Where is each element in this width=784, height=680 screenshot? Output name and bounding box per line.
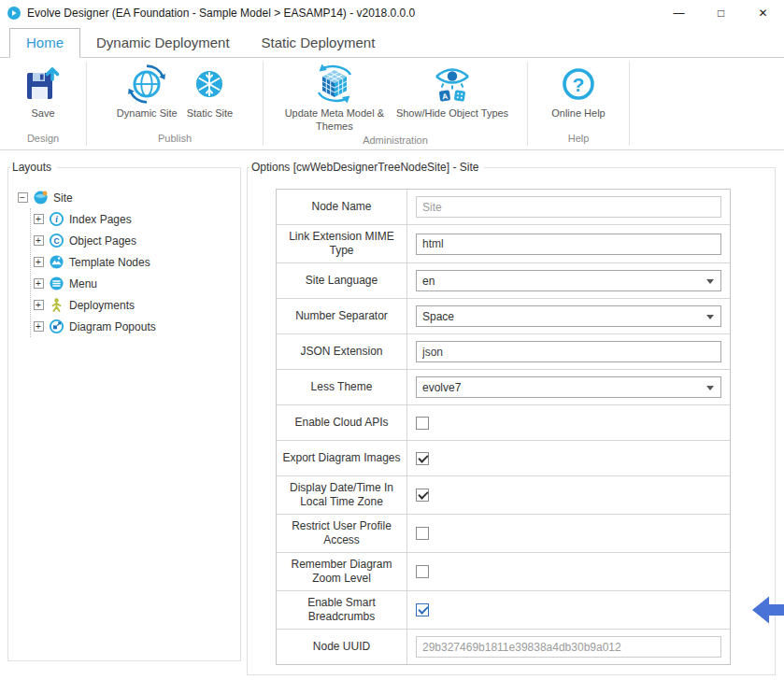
svg-text:C: C: [53, 236, 59, 246]
tree-item-menu[interactable]: Menu: [34, 273, 231, 294]
ribbon-button-label: Save: [31, 107, 54, 120]
expand-icon[interactable]: [34, 214, 44, 224]
node-name-input[interactable]: [416, 196, 721, 218]
template-nodes-icon: [49, 254, 64, 270]
enable-cloud-apis-checkbox[interactable]: [416, 417, 429, 430]
layouts-tree: Site i Index Pages C Object Pages: [16, 183, 233, 341]
app-icon: [7, 6, 21, 21]
node-uuid-input[interactable]: [416, 636, 721, 658]
tree-item-label: Diagram Popouts: [69, 320, 156, 333]
expand-icon[interactable]: [34, 300, 44, 310]
collapse-icon[interactable]: [18, 192, 28, 203]
site-children: i Index Pages C Object Pages Tem: [30, 208, 231, 337]
tree-item-object-pages[interactable]: C Object Pages: [34, 230, 231, 251]
mime-type-label: Link Extension MIME Type: [277, 225, 407, 262]
number-separator-row: Number Separator Space: [277, 299, 730, 334]
save-button[interactable]: Save: [21, 61, 65, 121]
tab-static-deployment[interactable]: Static Deployment: [246, 29, 392, 57]
ribbon-button-label: Show/Hide Object Types: [396, 107, 508, 120]
layouts-panel-title: Layouts: [10, 161, 57, 174]
window-controls: — □ ✕: [658, 0, 784, 26]
static-site-button[interactable]: Static Site: [183, 61, 237, 121]
enable-cloud-apis-label: Enable Cloud APIs: [277, 405, 407, 440]
deployments-icon: [49, 297, 64, 313]
cube-icon: [312, 62, 357, 106]
less-theme-select[interactable]: evolve7: [416, 376, 721, 398]
main-content: Layouts Site i Index Pages: [0, 150, 784, 675]
export-diagram-images-checkbox[interactable]: [416, 452, 429, 465]
group-label-administration: Administration: [264, 135, 527, 150]
options-panel: Options [cwWebDesignerTreeNodeSite] - Si…: [247, 167, 776, 675]
smart-breadcrumbs-label: Enable Smart Breadcrumbs: [277, 591, 407, 629]
tree-item-diagram-popouts[interactable]: Diagram Popouts: [34, 316, 231, 337]
remember-zoom-label: Remember Diagram Zoom Level: [277, 553, 407, 590]
chevron-down-icon: [706, 279, 714, 284]
number-separator-select[interactable]: Space: [416, 305, 721, 327]
enable-cloud-apis-row: Enable Cloud APIs: [277, 405, 730, 441]
expand-icon[interactable]: [34, 257, 44, 267]
ribbon-separator: [629, 62, 630, 146]
expand-icon[interactable]: [34, 321, 44, 332]
tree-item-index-pages[interactable]: i Index Pages: [34, 208, 231, 230]
close-button[interactable]: ✕: [742, 0, 784, 26]
site-language-row: Site Language en: [277, 263, 730, 299]
tree-item-template-nodes[interactable]: Template Nodes: [34, 251, 231, 273]
ribbon-tab-bar: Home Dynamic Deployment Static Deploymen…: [0, 26, 784, 58]
svg-text:i: i: [55, 215, 58, 224]
expand-icon[interactable]: [34, 235, 44, 246]
json-extension-label: JSON Extension: [277, 334, 407, 369]
node-uuid-row: Node UUID: [277, 630, 730, 664]
group-label-help: Help: [528, 133, 629, 149]
site-icon: [33, 190, 49, 205]
minimize-button[interactable]: —: [658, 0, 700, 26]
display-datetime-row: Display Date/Time In Local Time Zone: [277, 476, 730, 515]
remember-zoom-row: Remember Diagram Zoom Level: [277, 553, 730, 591]
restrict-user-profile-row: Restrict User Profile Access: [277, 515, 730, 553]
tree-item-deployments[interactable]: Deployments: [34, 294, 231, 316]
mime-type-input[interactable]: [416, 234, 721, 255]
site-language-select[interactable]: en: [416, 270, 721, 291]
window-title: Evolve Designer (EA Foundation - Sample …: [27, 7, 415, 20]
restrict-user-profile-checkbox[interactable]: [416, 527, 429, 540]
annotation-arrow-icon: [752, 596, 784, 625]
title-bar: Evolve Designer (EA Foundation - Sample …: [0, 0, 784, 26]
snowflake-icon: [189, 62, 230, 106]
tree-item-site[interactable]: Site: [18, 187, 231, 208]
tab-home[interactable]: Home: [9, 28, 80, 58]
maximize-button[interactable]: □: [700, 0, 742, 26]
tab-dynamic-deployment[interactable]: Dynamic Deployment: [80, 29, 246, 57]
tree-item-label: Index Pages: [69, 213, 132, 226]
update-meta-model-button[interactable]: Update Meta Model & Themes: [278, 61, 391, 135]
chevron-down-icon: [706, 386, 714, 390]
ribbon-button-label: Static Site: [187, 107, 234, 120]
remember-zoom-checkbox[interactable]: [416, 565, 429, 578]
expand-icon[interactable]: [34, 278, 44, 289]
ribbon-button-label: Dynamic Site: [117, 107, 178, 120]
select-value: en: [422, 275, 435, 288]
tree-item-label: Site: [53, 191, 73, 205]
tree-item-label: Template Nodes: [69, 256, 150, 269]
eye-icon: A: [430, 62, 475, 106]
chevron-down-icon: [706, 315, 714, 319]
node-name-label: Node Name: [277, 190, 407, 224]
select-value: Space: [422, 310, 454, 323]
layouts-panel: Layouts Site i Index Pages: [7, 167, 241, 661]
ribbon: Save Design Dynamic Sit: [0, 58, 784, 150]
ribbon-button-label: Online Help: [551, 107, 605, 120]
json-extension-input[interactable]: [416, 341, 721, 362]
mime-type-row: Link Extension MIME Type: [277, 225, 730, 263]
menu-icon: [49, 276, 64, 291]
online-help-button[interactable]: ? Online Help: [548, 61, 608, 121]
index-pages-icon: i: [49, 211, 64, 227]
show-hide-object-types-button[interactable]: A Show/Hide Object Types: [392, 61, 512, 121]
display-datetime-label: Display Date/Time In Local Time Zone: [277, 476, 407, 514]
ribbon-group-publish: Dynamic Site Static Site: [87, 58, 263, 149]
object-pages-icon: C: [49, 233, 64, 248]
select-value: evolve7: [422, 381, 461, 394]
node-name-row: Node Name: [277, 190, 730, 225]
less-theme-row: Less Theme evolve7: [277, 370, 730, 405]
dynamic-site-button[interactable]: Dynamic Site: [113, 61, 181, 121]
question-icon: ?: [558, 62, 599, 106]
display-datetime-checkbox[interactable]: [416, 489, 429, 502]
smart-breadcrumbs-checkbox[interactable]: [416, 603, 429, 616]
